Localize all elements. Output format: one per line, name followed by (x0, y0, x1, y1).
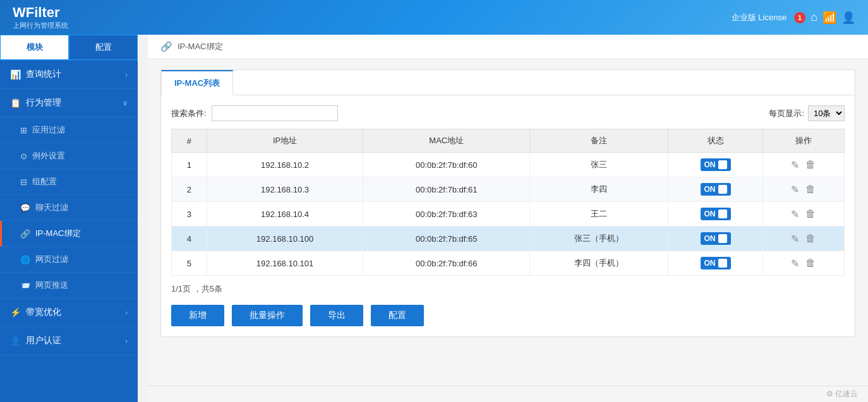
search-bar: 搜索条件: 每页显示: 10条 20条 50条 (171, 105, 845, 121)
logo: WFilter 上网行为管理系统 (13, 4, 68, 30)
status-toggle[interactable]: ON (701, 183, 731, 196)
bandwidth-arrow: › (125, 309, 128, 316)
cell-note: 王二 (530, 202, 668, 227)
content-inner: IP-MAC列表 搜索条件: 每页显示: 10条 20条 (148, 59, 868, 386)
col-ip: IP地址 (207, 129, 363, 153)
cell-mac: 00:0b:2f:7b:df:60 (363, 153, 530, 177)
sidebar-item-bandwidth[interactable]: ⚡ 带宽优化 › (0, 299, 138, 327)
sidebar-item-chat-filter[interactable]: 💬 聊天过滤 (0, 195, 138, 221)
cell-ip: 192.168.10.4 (207, 202, 363, 227)
sidebar-label-chat-filter: 聊天过滤 (35, 202, 68, 213)
export-button[interactable]: 导出 (310, 305, 363, 326)
main-layout: 模块 配置 📊 查询统计 › 📋 行为管理 ∨ ⊞ 应用过滤 ⊙ 例外设置 (0, 35, 868, 402)
main-card: IP-MAC列表 搜索条件: 每页显示: 10条 20条 (160, 69, 855, 337)
user-auth-icon: 👤 (10, 336, 21, 346)
sidebar-item-ip-mac[interactable]: 🔗 IP-MAC绑定 (0, 221, 138, 247)
batch-button[interactable]: 批量操作 (232, 305, 303, 326)
sidebar-label-user-auth: 用户认证 (26, 335, 61, 346)
footer-text: ⚙ 亿速云 (826, 389, 858, 398)
user-icon[interactable]: 👤 (841, 11, 855, 25)
cell-action: ✎ 🗑 (763, 153, 844, 177)
delete-icon[interactable]: 🗑 (805, 159, 816, 170)
sidebar-collapse-handle[interactable]: ‹ (138, 35, 148, 402)
toggle-knob (718, 234, 727, 243)
sidebar-item-web-filter[interactable]: 🌐 网页过滤 (0, 247, 138, 273)
edit-icon[interactable]: ✎ (791, 184, 799, 196)
delete-icon[interactable]: 🗑 (805, 233, 816, 244)
edit-icon[interactable]: ✎ (791, 257, 799, 269)
sidebar-tab-module[interactable]: 模块 (0, 35, 69, 60)
status-toggle[interactable]: ON (701, 257, 731, 269)
col-action: 操作 (763, 129, 844, 153)
home-icon[interactable]: ⌂ (811, 11, 817, 24)
breadcrumb-text: IP-MAC绑定 (178, 41, 223, 52)
sidebar-tab-config[interactable]: 配置 (69, 35, 138, 60)
cell-status: ON (668, 202, 763, 227)
delete-icon[interactable]: 🗑 (805, 257, 816, 269)
cell-note: 张三 (530, 153, 668, 177)
ip-mac-icon: 🔗 (20, 229, 30, 239)
delete-icon[interactable]: 🗑 (805, 184, 816, 195)
status-toggle[interactable]: ON (701, 208, 731, 220)
per-page-select[interactable]: 10条 20条 50条 (808, 105, 845, 121)
sidebar: 模块 配置 📊 查询统计 › 📋 行为管理 ∨ ⊞ 应用过滤 ⊙ 例外设置 (0, 35, 138, 402)
edit-icon[interactable]: ✎ (791, 159, 799, 171)
toggle-knob (718, 210, 727, 218)
cell-note: 李四（手机） (530, 251, 668, 276)
add-button[interactable]: 新增 (171, 305, 224, 326)
sidebar-item-group-config[interactable]: ⊟ 组配置 (0, 169, 138, 195)
status-toggle[interactable]: ON (701, 232, 731, 245)
sidebar-item-query-stats[interactable]: 📊 查询统计 › (0, 61, 138, 89)
sidebar-item-user-auth[interactable]: 👤 用户认证 › (0, 327, 138, 355)
col-status: 状态 (668, 129, 763, 153)
sidebar-item-behavior-mgmt[interactable]: 📋 行为管理 ∨ (0, 89, 138, 117)
delete-icon[interactable]: 🗑 (805, 208, 816, 220)
query-stats-arrow: › (125, 71, 128, 78)
edit-icon[interactable]: ✎ (791, 208, 799, 220)
sidebar-label-behavior-mgmt: 行为管理 (26, 97, 61, 109)
pagination-info: 1/1页 ，共5条 (171, 284, 222, 293)
status-toggle[interactable]: ON (701, 158, 731, 171)
cell-mac: 00:0b:2f:7b:df:61 (363, 177, 530, 202)
config-button[interactable]: 配置 (371, 305, 424, 326)
logo-sub: 上网行为管理系统 (13, 21, 68, 30)
behavior-mgmt-arrow: ∨ (123, 99, 128, 107)
cell-note: 李四 (530, 177, 668, 202)
search-input[interactable] (212, 105, 338, 121)
toggle-on-label: ON (704, 234, 716, 243)
cell-index: 2 (172, 177, 207, 202)
wifi-icon[interactable]: 📶 (823, 11, 836, 25)
sidebar-item-web-push[interactable]: 📨 网页推送 (0, 273, 138, 299)
action-icons: ✎ 🗑 (768, 257, 839, 269)
button-row: 新增 批量操作 导出 配置 (171, 305, 845, 326)
sidebar-item-exception[interactable]: ⊙ 例外设置 (0, 143, 138, 169)
header-icons: 1 ⌂ 📶 👤 (794, 11, 855, 25)
table-body: 1 192.168.10.2 00:0b:2f:7b:df:60 张三 ON ✎… (172, 153, 845, 276)
cell-index: 1 (172, 153, 207, 177)
toggle-knob (718, 160, 727, 169)
sidebar-item-app-filter[interactable]: ⊞ 应用过滤 (0, 117, 138, 143)
group-config-icon: ⊟ (20, 177, 27, 187)
sidebar-label-query-stats: 查询统计 (26, 69, 61, 80)
edit-icon[interactable]: ✎ (791, 233, 799, 245)
toggle-on-label: ON (704, 210, 716, 218)
table-row: 3 192.168.10.4 00:0b:2f:7b:df:63 王二 ON ✎… (172, 202, 845, 227)
toggle-knob (718, 259, 727, 268)
toggle-on-label: ON (704, 160, 716, 169)
cell-ip: 192.168.10.3 (207, 177, 363, 202)
sidebar-tabs: 模块 配置 (0, 35, 138, 61)
action-icons: ✎ 🗑 (768, 233, 839, 245)
sidebar-label-group-config: 组配置 (32, 176, 57, 187)
notification-badge[interactable]: 1 (794, 12, 805, 23)
cell-action: ✎ 🗑 (763, 202, 844, 227)
cell-ip: 192.168.10.101 (207, 251, 363, 276)
header-right: 企业版 License 1 ⌂ 📶 👤 (732, 11, 855, 25)
app-filter-icon: ⊞ (20, 126, 27, 135)
per-page-label: 每页显示: (769, 108, 804, 119)
table-row: 5 192.168.10.101 00:0b:2f:7b:df:66 李四（手机… (172, 251, 845, 276)
table-row: 2 192.168.10.3 00:0b:2f:7b:df:61 李四 ON ✎… (172, 177, 845, 202)
exception-icon: ⊙ (20, 151, 27, 161)
tab-ip-mac-list[interactable]: IP-MAC列表 (161, 70, 233, 95)
web-push-icon: 📨 (20, 281, 30, 290)
sidebar-label-ip-mac: IP-MAC绑定 (35, 228, 81, 239)
